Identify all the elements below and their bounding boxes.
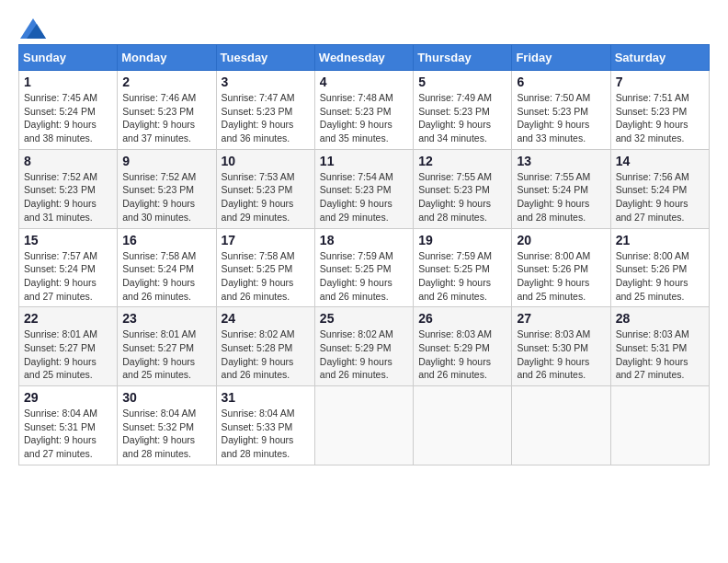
day-info: Sunrise: 7:55 AM Sunset: 5:24 PM Dayligh… bbox=[517, 171, 590, 223]
calendar-cell: 13 Sunrise: 7:55 AM Sunset: 5:24 PM Dayl… bbox=[512, 149, 610, 228]
calendar-header-row: SundayMondayTuesdayWednesdayThursdayFrid… bbox=[19, 45, 710, 71]
day-info: Sunrise: 7:59 AM Sunset: 5:25 PM Dayligh… bbox=[418, 250, 492, 302]
calendar-cell: 11 Sunrise: 7:54 AM Sunset: 5:23 PM Dayl… bbox=[314, 149, 413, 228]
logo bbox=[18, 18, 46, 35]
calendar-cell: 4 Sunrise: 7:48 AM Sunset: 5:23 PM Dayli… bbox=[314, 71, 413, 150]
calendar-cell: 29 Sunrise: 8:04 AM Sunset: 5:31 PM Dayl… bbox=[19, 386, 118, 465]
day-info: Sunrise: 7:56 AM Sunset: 5:24 PM Dayligh… bbox=[616, 171, 689, 223]
day-number: 7 bbox=[616, 75, 704, 89]
header-friday: Friday bbox=[512, 45, 610, 71]
calendar-cell: 3 Sunrise: 7:47 AM Sunset: 5:23 PM Dayli… bbox=[216, 71, 314, 150]
day-number: 23 bbox=[122, 311, 210, 326]
day-number: 6 bbox=[517, 75, 605, 89]
day-number: 22 bbox=[24, 311, 112, 326]
header-sunday: Sunday bbox=[19, 45, 118, 71]
day-info: Sunrise: 7:55 AM Sunset: 5:23 PM Dayligh… bbox=[418, 171, 492, 223]
calendar-cell: 10 Sunrise: 7:53 AM Sunset: 5:23 PM Dayl… bbox=[216, 149, 314, 228]
calendar-cell: 14 Sunrise: 7:56 AM Sunset: 5:24 PM Dayl… bbox=[610, 149, 709, 228]
day-number: 30 bbox=[122, 390, 210, 405]
calendar-cell: 16 Sunrise: 7:58 AM Sunset: 5:24 PM Dayl… bbox=[118, 228, 216, 307]
day-number: 5 bbox=[418, 75, 506, 89]
day-number: 2 bbox=[122, 75, 210, 89]
day-info: Sunrise: 7:45 AM Sunset: 5:24 PM Dayligh… bbox=[24, 92, 97, 144]
day-info: Sunrise: 8:03 AM Sunset: 5:29 PM Dayligh… bbox=[418, 328, 492, 380]
day-info: Sunrise: 8:04 AM Sunset: 5:31 PM Dayligh… bbox=[24, 408, 97, 459]
day-number: 8 bbox=[24, 154, 112, 168]
calendar-cell: 21 Sunrise: 8:00 AM Sunset: 5:26 PM Dayl… bbox=[610, 228, 709, 307]
day-info: Sunrise: 8:03 AM Sunset: 5:31 PM Dayligh… bbox=[616, 328, 689, 380]
calendar-cell bbox=[414, 386, 512, 465]
day-number: 21 bbox=[616, 233, 704, 247]
day-number: 15 bbox=[24, 233, 112, 247]
day-info: Sunrise: 8:04 AM Sunset: 5:32 PM Dayligh… bbox=[122, 408, 196, 459]
day-info: Sunrise: 7:52 AM Sunset: 5:23 PM Dayligh… bbox=[24, 171, 97, 223]
day-number: 13 bbox=[517, 154, 605, 168]
day-info: Sunrise: 7:49 AM Sunset: 5:23 PM Dayligh… bbox=[418, 92, 492, 144]
calendar-cell: 22 Sunrise: 8:01 AM Sunset: 5:27 PM Dayl… bbox=[19, 307, 118, 386]
header-thursday: Thursday bbox=[414, 45, 512, 71]
day-number: 1 bbox=[24, 75, 112, 89]
logo-icon bbox=[20, 18, 46, 39]
calendar-cell: 19 Sunrise: 7:59 AM Sunset: 5:25 PM Dayl… bbox=[414, 228, 512, 307]
day-info: Sunrise: 8:04 AM Sunset: 5:33 PM Dayligh… bbox=[222, 408, 295, 459]
calendar-cell: 31 Sunrise: 8:04 AM Sunset: 5:33 PM Dayl… bbox=[216, 386, 314, 465]
day-number: 20 bbox=[517, 233, 605, 247]
day-number: 4 bbox=[320, 75, 408, 89]
calendar-cell: 23 Sunrise: 8:01 AM Sunset: 5:27 PM Dayl… bbox=[118, 307, 216, 386]
calendar-cell: 2 Sunrise: 7:46 AM Sunset: 5:23 PM Dayli… bbox=[118, 71, 216, 150]
calendar-cell: 24 Sunrise: 8:02 AM Sunset: 5:28 PM Dayl… bbox=[216, 307, 314, 386]
calendar-cell: 20 Sunrise: 8:00 AM Sunset: 5:26 PM Dayl… bbox=[512, 228, 610, 307]
calendar-cell: 9 Sunrise: 7:52 AM Sunset: 5:23 PM Dayli… bbox=[118, 149, 216, 228]
day-number: 28 bbox=[616, 311, 704, 326]
calendar-cell: 18 Sunrise: 7:59 AM Sunset: 5:25 PM Dayl… bbox=[314, 228, 413, 307]
page-header bbox=[18, 18, 710, 35]
day-info: Sunrise: 8:01 AM Sunset: 5:27 PM Dayligh… bbox=[24, 328, 97, 380]
day-number: 11 bbox=[320, 154, 408, 168]
calendar-cell: 25 Sunrise: 8:02 AM Sunset: 5:29 PM Dayl… bbox=[314, 307, 413, 386]
calendar-cell: 28 Sunrise: 8:03 AM Sunset: 5:31 PM Dayl… bbox=[610, 307, 709, 386]
header-wednesday: Wednesday bbox=[314, 45, 413, 71]
day-number: 24 bbox=[222, 311, 310, 326]
day-info: Sunrise: 7:51 AM Sunset: 5:23 PM Dayligh… bbox=[616, 92, 689, 144]
calendar-cell: 15 Sunrise: 7:57 AM Sunset: 5:24 PM Dayl… bbox=[19, 228, 118, 307]
day-number: 16 bbox=[122, 233, 210, 247]
calendar-cell: 17 Sunrise: 7:58 AM Sunset: 5:25 PM Dayl… bbox=[216, 228, 314, 307]
calendar-cell: 6 Sunrise: 7:50 AM Sunset: 5:23 PM Dayli… bbox=[512, 71, 610, 150]
day-number: 3 bbox=[222, 75, 310, 89]
day-info: Sunrise: 7:47 AM Sunset: 5:23 PM Dayligh… bbox=[222, 92, 295, 144]
day-info: Sunrise: 7:59 AM Sunset: 5:25 PM Dayligh… bbox=[320, 250, 393, 302]
calendar-cell: 8 Sunrise: 7:52 AM Sunset: 5:23 PM Dayli… bbox=[19, 149, 118, 228]
day-info: Sunrise: 7:57 AM Sunset: 5:24 PM Dayligh… bbox=[24, 250, 97, 302]
day-info: Sunrise: 7:58 AM Sunset: 5:25 PM Dayligh… bbox=[222, 250, 295, 302]
calendar-cell: 30 Sunrise: 8:04 AM Sunset: 5:32 PM Dayl… bbox=[118, 386, 216, 465]
day-info: Sunrise: 8:00 AM Sunset: 5:26 PM Dayligh… bbox=[517, 250, 590, 302]
day-info: Sunrise: 8:02 AM Sunset: 5:29 PM Dayligh… bbox=[320, 328, 393, 380]
day-number: 14 bbox=[616, 154, 704, 168]
day-number: 27 bbox=[517, 311, 605, 326]
day-info: Sunrise: 7:58 AM Sunset: 5:24 PM Dayligh… bbox=[122, 250, 196, 302]
calendar-table: SundayMondayTuesdayWednesdayThursdayFrid… bbox=[18, 44, 710, 465]
day-number: 18 bbox=[320, 233, 408, 247]
day-info: Sunrise: 7:48 AM Sunset: 5:23 PM Dayligh… bbox=[320, 92, 393, 144]
day-number: 9 bbox=[122, 154, 210, 168]
header-tuesday: Tuesday bbox=[216, 45, 314, 71]
day-info: Sunrise: 8:03 AM Sunset: 5:30 PM Dayligh… bbox=[517, 328, 590, 380]
calendar-cell bbox=[610, 386, 709, 465]
day-number: 25 bbox=[320, 311, 408, 326]
day-info: Sunrise: 7:50 AM Sunset: 5:23 PM Dayligh… bbox=[517, 92, 590, 144]
calendar-cell bbox=[512, 386, 610, 465]
day-info: Sunrise: 8:02 AM Sunset: 5:28 PM Dayligh… bbox=[222, 328, 295, 380]
calendar-cell: 27 Sunrise: 8:03 AM Sunset: 5:30 PM Dayl… bbox=[512, 307, 610, 386]
day-number: 12 bbox=[418, 154, 506, 168]
day-info: Sunrise: 8:00 AM Sunset: 5:26 PM Dayligh… bbox=[616, 250, 689, 302]
calendar-cell: 7 Sunrise: 7:51 AM Sunset: 5:23 PM Dayli… bbox=[610, 71, 709, 150]
day-number: 19 bbox=[418, 233, 506, 247]
header-monday: Monday bbox=[118, 45, 216, 71]
calendar-cell bbox=[314, 386, 413, 465]
day-number: 10 bbox=[222, 154, 310, 168]
day-info: Sunrise: 8:01 AM Sunset: 5:27 PM Dayligh… bbox=[122, 328, 196, 380]
day-number: 31 bbox=[222, 390, 310, 405]
calendar-cell: 26 Sunrise: 8:03 AM Sunset: 5:29 PM Dayl… bbox=[414, 307, 512, 386]
day-info: Sunrise: 7:54 AM Sunset: 5:23 PM Dayligh… bbox=[320, 171, 393, 223]
day-info: Sunrise: 7:53 AM Sunset: 5:23 PM Dayligh… bbox=[222, 171, 295, 223]
